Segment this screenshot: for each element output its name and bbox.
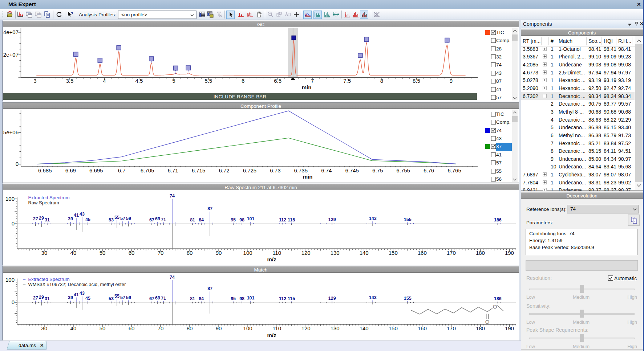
svg-text:100: 100	[243, 250, 252, 256]
svg-text:6.755: 6.755	[396, 167, 410, 174]
svg-text:6.7: 6.7	[118, 167, 126, 174]
svg-text:min: min	[302, 84, 312, 90]
svg-text:186: 186	[494, 217, 502, 223]
svg-text:7: 7	[311, 78, 314, 84]
svg-text:31: 31	[45, 296, 50, 301]
svg-text:120: 120	[301, 250, 311, 256]
svg-text:6.725: 6.725	[243, 167, 257, 174]
svg-text:74: 74	[170, 275, 175, 280]
svg-text:41: 41	[74, 292, 79, 297]
svg-text:4e+07: 4e+07	[3, 29, 19, 35]
svg-text:67: 67	[149, 296, 154, 301]
svg-text:45: 45	[85, 296, 90, 301]
svg-text:– Raw Spectrum: – Raw Spectrum	[23, 200, 59, 205]
svg-text:m/z: m/z	[267, 256, 276, 262]
svg-text:min: min	[303, 174, 313, 180]
svg-text:0: 0	[12, 299, 15, 305]
svg-text:39: 39	[68, 295, 73, 300]
svg-text:120: 120	[301, 325, 311, 331]
svg-text:8: 8	[380, 78, 383, 84]
svg-text:170: 170	[447, 325, 456, 331]
svg-text:160: 160	[418, 250, 427, 256]
svg-text:55: 55	[114, 215, 120, 220]
svg-text:70: 70	[158, 250, 164, 256]
svg-text:?: ?	[70, 11, 73, 16]
svg-text:143: 143	[369, 295, 377, 300]
svg-text:39: 39	[68, 216, 73, 221]
svg-text:m/z: m/z	[267, 332, 276, 338]
svg-text:30: 30	[41, 325, 48, 331]
svg-text:43: 43	[80, 212, 85, 217]
svg-text:O: O	[493, 303, 497, 310]
svg-text:6.5: 6.5	[274, 78, 282, 84]
svg-text:129: 129	[328, 296, 336, 301]
svg-text:6.765: 6.765	[447, 167, 461, 174]
svg-text:0: 0	[16, 161, 19, 167]
svg-text:6.735: 6.735	[294, 167, 308, 174]
svg-text:71: 71	[161, 217, 166, 222]
svg-text:160: 160	[418, 325, 427, 331]
svg-text:60: 60	[129, 325, 135, 331]
svg-text:0: 0	[12, 220, 15, 226]
svg-text:90: 90	[216, 250, 222, 256]
svg-text:81: 81	[190, 296, 195, 301]
svg-text:100: 100	[5, 196, 15, 202]
svg-text:– WMS3X #106732; Decanoic aci: – WMS3X #106732; Decanoic acid, methyl e…	[23, 282, 126, 287]
svg-text:67: 67	[149, 217, 154, 223]
svg-text:3: 3	[33, 78, 36, 84]
svg-text:84: 84	[199, 296, 204, 301]
svg-text:4.5: 4.5	[135, 78, 143, 84]
svg-text:5.5: 5.5	[204, 78, 212, 84]
svg-text:129: 129	[328, 217, 336, 222]
svg-text:6.685: 6.685	[38, 167, 52, 174]
svg-text:180: 180	[476, 325, 485, 331]
svg-text:6.75: 6.75	[372, 167, 383, 174]
svg-text:190: 190	[505, 325, 514, 331]
svg-text:101: 101	[247, 216, 255, 221]
svg-text:3.5: 3.5	[66, 78, 73, 84]
svg-text:100: 100	[243, 325, 252, 331]
svg-text:2e+07: 2e+07	[3, 52, 19, 58]
svg-text:5e+06: 5e+06	[3, 129, 19, 135]
svg-text:143: 143	[369, 216, 377, 221]
svg-text:40: 40	[70, 325, 77, 331]
svg-text:6.76: 6.76	[424, 167, 434, 174]
svg-text:95: 95	[231, 217, 236, 223]
svg-text:87: 87	[207, 206, 212, 211]
svg-text:150: 150	[389, 250, 398, 256]
svg-text:53: 53	[109, 296, 114, 301]
svg-text:98: 98	[239, 296, 244, 301]
svg-text:60: 60	[129, 250, 135, 256]
svg-text:– Extracted Spectrum: – Extracted Spectrum	[23, 195, 70, 200]
svg-text:110: 110	[272, 325, 281, 331]
svg-text:150: 150	[389, 325, 398, 331]
svg-text:✕: ✕	[40, 343, 44, 348]
svg-text:41: 41	[74, 213, 79, 218]
svg-text:57: 57	[120, 216, 125, 221]
svg-text:8.5: 8.5	[413, 78, 420, 84]
svg-text:190: 190	[505, 250, 514, 256]
svg-text:27: 27	[33, 295, 38, 301]
svg-text:90: 90	[216, 325, 222, 331]
svg-text:69: 69	[155, 216, 160, 221]
svg-text:130: 130	[331, 325, 340, 331]
svg-text:112: 112	[279, 296, 286, 301]
svg-text:O: O	[485, 319, 490, 325]
svg-text:59: 59	[126, 295, 131, 300]
svg-text:140: 140	[360, 325, 369, 331]
svg-text:84: 84	[199, 217, 204, 223]
svg-text:5: 5	[172, 78, 175, 84]
svg-text:87: 87	[207, 286, 212, 291]
svg-text:6: 6	[242, 78, 244, 84]
svg-text:115: 115	[288, 217, 295, 223]
svg-text:186: 186	[494, 296, 502, 301]
svg-text:110: 110	[272, 250, 281, 256]
svg-text:6.74: 6.74	[321, 167, 332, 174]
svg-text:59: 59	[126, 216, 131, 221]
svg-text:112: 112	[279, 217, 286, 223]
svg-text:– Extracted Spectrum: – Extracted Spectrum	[23, 277, 70, 282]
svg-text:6.745: 6.745	[345, 167, 359, 174]
svg-text:43: 43	[80, 291, 85, 296]
svg-text:95: 95	[231, 296, 236, 301]
svg-text:170: 170	[447, 250, 456, 256]
